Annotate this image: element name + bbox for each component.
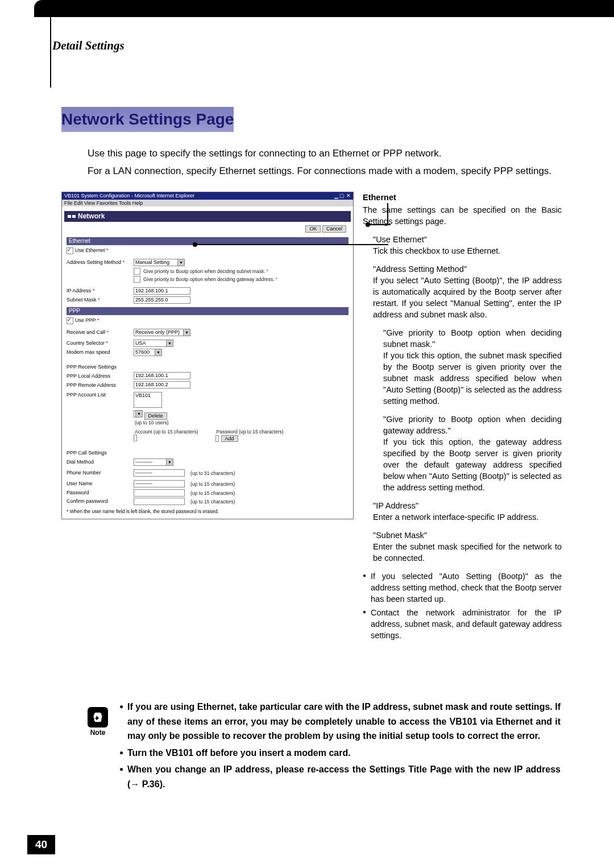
- acct-password-input[interactable]: [215, 435, 219, 442]
- user-label: User Name: [67, 481, 134, 487]
- screenshot-column: VB101 System Configuration - Microsoft I…: [61, 192, 352, 643]
- chevron-down-icon: ▼: [166, 340, 173, 346]
- cancel-button[interactable]: Cancel: [322, 225, 346, 233]
- bullet-bootp: If you selected "Auto Setting (Bootp)" a…: [363, 571, 562, 605]
- user-input[interactable]: ----------: [134, 480, 185, 487]
- country-label: Country Selector *: [67, 340, 134, 346]
- bm-heading: "Give priority to Bootp option when deci…: [383, 328, 562, 349]
- modem-label: Modem max speed: [67, 349, 134, 356]
- lead-p2: For a LAN connection, specify Ethernet s…: [88, 162, 562, 180]
- bootp-mask-checkbox[interactable]: [134, 268, 140, 275]
- note-item-3: When you change an IP address, please re…: [119, 762, 561, 791]
- lead-p1: Use this page to specify the settings fo…: [88, 144, 562, 162]
- mask-input[interactable]: 255.255.255.0: [134, 296, 190, 304]
- phone-input[interactable]: ----------: [134, 469, 185, 477]
- phone-label: Phone Number: [67, 470, 134, 476]
- bm-p: If you tick this option, the subnet mask…: [383, 351, 562, 406]
- bg-p: If you tick this option, the gateway add…: [383, 437, 562, 492]
- dial-label: Dial Method: [67, 459, 134, 465]
- chevron-down-icon: ▼: [166, 459, 173, 465]
- section-title: Detail Settings: [52, 39, 125, 53]
- bootp-gw-label: Give priority to Bootp option when decid…: [143, 276, 275, 282]
- local-label: PPP Local Address: [67, 373, 134, 379]
- dial-select[interactable]: ----------▼: [134, 458, 173, 466]
- chevron-down-icon: ▼: [177, 259, 184, 266]
- network-icon: [68, 214, 76, 220]
- acct-list-box[interactable]: VB101: [134, 392, 162, 408]
- eth-p: The same settings can be specified on th…: [363, 204, 562, 227]
- ppp-call-title: PPP Call Settings: [67, 450, 349, 456]
- phone-hint: (up to 31 characters): [190, 470, 235, 476]
- bg-heading: "Give priority to Bootp option when deci…: [383, 415, 562, 435]
- ip-heading: "IP Address": [373, 501, 418, 510]
- ip-input[interactable]: 192.168.100.1: [134, 287, 190, 295]
- use-ppp-checkbox[interactable]: [67, 317, 73, 324]
- use-ethernet-checkbox[interactable]: [67, 247, 73, 254]
- page-heading: Network Settings Page: [61, 109, 234, 130]
- explanation-column: Ethernet The same settings can be specif…: [363, 192, 562, 643]
- rc-label: Receive and Call *: [67, 329, 134, 336]
- window-controls[interactable]: ▁ ▢ ✕: [334, 193, 351, 199]
- account-col-label: Account (up to 15 characters): [135, 429, 198, 435]
- note-item-1: If you are using Ethernet, take particul…: [119, 700, 561, 743]
- note-label: Note: [85, 729, 110, 737]
- use-ethernet-label: Use Ethernet: [75, 247, 105, 254]
- account-input[interactable]: [134, 435, 137, 441]
- country-select[interactable]: USA▼: [134, 340, 173, 347]
- user-hint: (up to 15 characters): [190, 481, 235, 487]
- chevron-down-icon: ▼: [183, 329, 190, 336]
- use-heading: "Use Ethernet": [373, 235, 427, 244]
- config-page-title: Network: [64, 211, 351, 221]
- top-bar: [34, 0, 614, 17]
- page-number: 40: [27, 835, 55, 854]
- acct-up-down[interactable]: ▼: [134, 410, 143, 418]
- eth-heading: Ethernet: [363, 192, 562, 203]
- sm-p: Enter the subnet mask specified for the …: [373, 542, 562, 563]
- svg-rect-1: [72, 215, 76, 218]
- addr-method-label: Address Setting Method *: [67, 259, 134, 266]
- ip-p: Enter a network interface-specific IP ad…: [373, 512, 538, 522]
- delete-button[interactable]: Delete: [144, 412, 167, 420]
- ppp-footnote: * When the user name field is left blank…: [67, 509, 349, 514]
- pw-input[interactable]: [134, 489, 185, 497]
- asm-heading: "Address Setting Method": [373, 264, 467, 274]
- bootp-gw-checkbox[interactable]: [134, 276, 140, 283]
- ppp-section-bar: PPP: [67, 307, 349, 315]
- leader-line-bar: [195, 244, 388, 245]
- asm-p: If you select "Auto Setting (Bootp)", th…: [373, 276, 562, 319]
- note-item-2: Turn the VB101 off before you insert a m…: [119, 746, 561, 760]
- mask-label: Subnet Mask *: [67, 297, 134, 303]
- menu-bar[interactable]: File Edit View Favorites Tools Help: [62, 200, 353, 207]
- remote-input[interactable]: 192.168.100.2: [134, 381, 190, 388]
- ok-button[interactable]: OK: [305, 225, 321, 233]
- pw-hint: (up to 15 characters): [190, 490, 235, 496]
- cpw-hint: (up to 15 characters): [190, 499, 235, 505]
- bullet-admin: Contact the network administrator for th…: [363, 607, 562, 641]
- addr-method-select[interactable]: Manual Setting▼: [134, 259, 185, 266]
- svg-rect-0: [68, 215, 71, 218]
- acct-limit: (up to 10 users): [135, 420, 284, 425]
- remote-label: PPP Remote Address: [67, 382, 134, 388]
- bootp-mask-label: Give priority to Bootp option when decid…: [143, 268, 265, 274]
- password-col-label: Password (up to 15 characters): [217, 429, 284, 435]
- note-icon: [88, 707, 108, 728]
- heading-box: Network Settings Page: [61, 107, 234, 132]
- note-block: Note If you are using Ethernet, take par…: [85, 700, 561, 794]
- left-rule: [50, 17, 51, 88]
- acct-list-label: PPP Account List: [67, 392, 134, 398]
- modem-select[interactable]: 57600▼: [134, 349, 162, 356]
- ip-label: IP Address *: [67, 288, 134, 294]
- chevron-down-icon: ▼: [155, 349, 161, 356]
- rc-select[interactable]: Receive only (PPP)▼: [134, 329, 190, 336]
- local-input[interactable]: 192.168.100.1: [134, 372, 190, 379]
- chevron-down-icon: ▼: [135, 411, 142, 417]
- browser-window: VB101 System Configuration - Microsoft I…: [61, 192, 354, 520]
- pw-label: Password: [67, 490, 134, 496]
- cpw-input[interactable]: [134, 498, 185, 505]
- cpw-label: Confirm password: [67, 498, 134, 505]
- window-title: VB101 System Configuration - Microsoft I…: [64, 193, 194, 199]
- use-ppp-label: Use PPP: [75, 317, 96, 324]
- use-p: Tick this checkbox to use Ethernet.: [373, 246, 500, 255]
- add-button[interactable]: Add: [221, 435, 238, 443]
- ppp-recv-title: PPP Receive Settings: [67, 364, 349, 370]
